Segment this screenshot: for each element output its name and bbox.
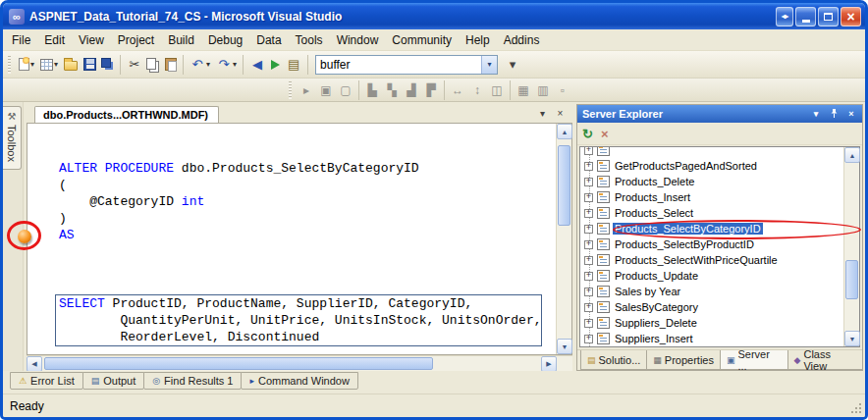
- editor-horizontal-scrollbar[interactable]: ◀ ▶: [27, 355, 572, 371]
- menu-item-debug[interactable]: Debug: [201, 30, 249, 50]
- align-right-icon[interactable]: ▟: [403, 81, 420, 99]
- vscroll-track[interactable]: [557, 139, 571, 339]
- active-files-dropdown-icon[interactable]: ▾: [535, 106, 550, 120]
- panel-menu-icon[interactable]: ▾: [809, 108, 823, 121]
- menu-item-file[interactable]: File: [5, 30, 37, 50]
- pin-icon[interactable]: [827, 108, 841, 121]
- expand-icon[interactable]: +: [584, 319, 593, 328]
- menu-item-window[interactable]: Window: [330, 30, 386, 50]
- align-center-icon[interactable]: ▚: [383, 81, 401, 99]
- tree-scroll-thumb[interactable]: [845, 260, 858, 299]
- menu-item-view[interactable]: View: [72, 30, 111, 50]
- expand-icon[interactable]: +: [584, 240, 593, 249]
- tree-item-suppliers-delete[interactable]: +Suppliers_Delete: [580, 315, 843, 331]
- tab-properties[interactable]: ▦Properties: [646, 350, 721, 370]
- tree-item-products-selectwithpricequartile[interactable]: +Products_SelectWithPriceQuartile: [580, 252, 843, 268]
- new-project-button[interactable]: ▾: [17, 56, 36, 73]
- cut-button[interactable]: ✂: [125, 55, 144, 75]
- server-explorer-titlebar[interactable]: Server Explorer ▾ ×: [577, 105, 862, 123]
- document-tab[interactable]: dbo.Products...ORTHWND.MDF): [34, 106, 219, 123]
- tree-item[interactable]: +: [580, 147, 843, 158]
- expand-icon[interactable]: +: [584, 193, 593, 202]
- paste-button[interactable]: [163, 56, 179, 73]
- expand-icon[interactable]: +: [584, 256, 593, 265]
- tab-server-[interactable]: ▣Server ...: [720, 350, 788, 370]
- make-same-width-icon[interactable]: ↔: [449, 81, 466, 99]
- tree-scroll-down-icon[interactable]: ▼: [844, 331, 860, 346]
- vscroll-thumb[interactable]: [558, 145, 570, 226]
- close-document-icon[interactable]: ×: [553, 106, 568, 120]
- menu-item-help[interactable]: Help: [459, 30, 497, 50]
- close-button[interactable]: ×: [841, 7, 861, 26]
- refresh-icon[interactable]: ↻: [582, 127, 593, 141]
- expand-icon[interactable]: +: [584, 225, 593, 234]
- tab-output[interactable]: ▤Output: [82, 372, 145, 390]
- hscroll-thumb[interactable]: [44, 357, 433, 370]
- tree-scrollbar[interactable]: ▲ ▼: [843, 147, 859, 346]
- stop-refresh-icon[interactable]: ×: [601, 127, 609, 141]
- tree-item-products-update[interactable]: +Products_Update: [580, 268, 843, 284]
- resize-grip-icon[interactable]: [859, 411, 861, 413]
- combobox-dropdown-icon[interactable]: ▾: [481, 56, 497, 74]
- title-bar[interactable]: ∞ ASPNET_Data_Tutorial_74_CS - Microsoft…: [3, 3, 865, 29]
- panel-close-icon[interactable]: ×: [844, 108, 858, 121]
- expand-icon[interactable]: +: [584, 178, 593, 186]
- copy-button[interactable]: [146, 58, 161, 72]
- show-grid-icon[interactable]: ▦: [515, 81, 532, 99]
- tab-solutio-[interactable]: ▤Solutio...: [580, 350, 647, 370]
- expand-icon[interactable]: +: [584, 272, 593, 281]
- tree-item-products-selectbyproductid[interactable]: +Products_SelectByProductID: [580, 236, 843, 252]
- tab-class-view[interactable]: ◆Class View: [787, 350, 863, 370]
- minimize-button[interactable]: [795, 7, 816, 26]
- menu-item-edit[interactable]: Edit: [37, 30, 72, 50]
- tab-command-window[interactable]: ▸Command Window: [241, 372, 357, 390]
- expand-icon[interactable]: +: [584, 335, 593, 343]
- menu-item-addins[interactable]: Addins: [497, 30, 547, 50]
- scroll-down-icon[interactable]: ▼: [557, 339, 572, 354]
- tree-item-products-select[interactable]: +Products_Select: [580, 205, 843, 221]
- editor-vertical-scrollbar[interactable]: ▲ ▼: [556, 124, 571, 354]
- tab-error-list[interactable]: ⚠Error List: [10, 372, 83, 390]
- menu-item-build[interactable]: Build: [161, 30, 201, 50]
- window-extra-button[interactable]: ◂▸: [776, 7, 793, 26]
- tree-item-suppliers-insert[interactable]: +Suppliers_Insert: [580, 331, 843, 346]
- tree-item-salesbycategory[interactable]: +SalesByCategory: [580, 299, 843, 315]
- tree-item-products-delete[interactable]: +Products_Delete: [580, 174, 843, 189]
- menu-item-project[interactable]: Project: [111, 30, 161, 50]
- menu-item-data[interactable]: Data: [249, 30, 288, 50]
- solution-explorer-button[interactable]: ▤: [284, 55, 303, 75]
- tree-item-getproductspagedandsorted[interactable]: +GetProductsPagedAndSorted: [580, 158, 843, 174]
- bring-to-front-icon[interactable]: ▣: [317, 81, 335, 99]
- undo-button[interactable]: ↶▾: [188, 55, 212, 75]
- save-button[interactable]: [81, 56, 98, 73]
- tree-scroll-track[interactable]: [844, 163, 859, 331]
- hscroll-track[interactable]: [42, 356, 541, 371]
- send-to-back-icon[interactable]: ▢: [337, 81, 354, 99]
- tab-find-results-1[interactable]: ◎Find Results 1: [143, 372, 242, 390]
- expand-icon[interactable]: +: [584, 288, 593, 296]
- toolbox-tab[interactable]: ⚒ Toolbox: [3, 106, 22, 170]
- toolbar-grip[interactable]: [8, 56, 11, 74]
- navigate-backward-button[interactable]: ◀: [247, 55, 267, 75]
- add-new-item-button[interactable]: ▾: [38, 57, 60, 73]
- expand-icon[interactable]: +: [584, 303, 593, 312]
- tree-item-sales-by-year[interactable]: +Sales by Year: [580, 284, 843, 299]
- tree-item-products-selectbycategoryid[interactable]: +Products_SelectByCategoryID: [580, 221, 843, 236]
- align-top-icon[interactable]: ▛: [422, 81, 440, 99]
- lock-controls-icon[interactable]: ▫: [554, 81, 571, 99]
- menu-item-community[interactable]: Community: [385, 30, 459, 50]
- snap-to-grid-icon[interactable]: ▥: [534, 81, 552, 99]
- maximize-button[interactable]: [818, 7, 839, 26]
- menu-item-tools[interactable]: Tools: [289, 30, 330, 50]
- toolbar-options-button[interactable]: ▾: [503, 55, 522, 75]
- make-same-height-icon[interactable]: ↕: [468, 81, 486, 99]
- expand-icon[interactable]: +: [584, 147, 593, 155]
- command-combobox[interactable]: buffer▾: [315, 55, 498, 75]
- redo-button[interactable]: ↷▾: [214, 55, 239, 75]
- align-left-icon[interactable]: ▙: [363, 81, 381, 99]
- scroll-left-icon[interactable]: ◀: [27, 356, 42, 372]
- pointer-icon[interactable]: ▸: [298, 81, 315, 99]
- expand-icon[interactable]: +: [584, 209, 593, 218]
- open-file-button[interactable]: [62, 56, 80, 73]
- scroll-right-icon[interactable]: ▶: [541, 356, 557, 372]
